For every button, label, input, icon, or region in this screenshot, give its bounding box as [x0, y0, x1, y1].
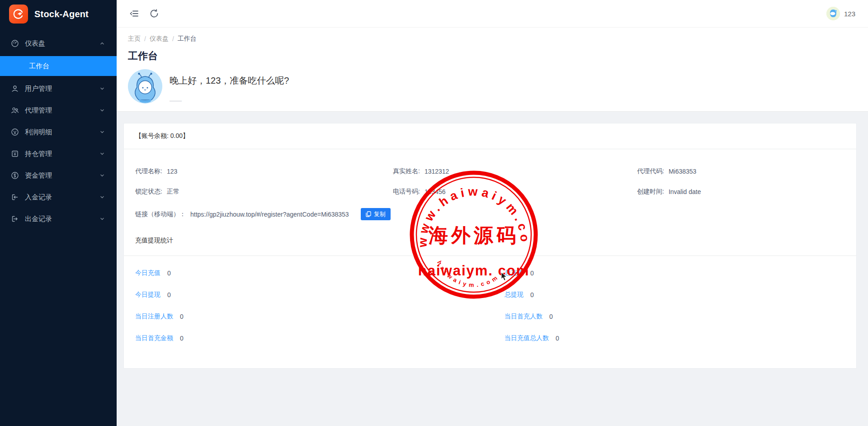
stat-total-recharge: 总充值 0: [505, 262, 845, 284]
stat-label[interactable]: 当日充值总人数: [505, 334, 549, 342]
sidebar-item-label: 工作台: [29, 62, 49, 71]
users-icon: [11, 85, 19, 93]
breadcrumb-dashboard[interactable]: 仪表盘: [150, 35, 169, 43]
sidebar-item-position-management[interactable]: 持仓管理: [0, 143, 117, 165]
app-logo-icon: [9, 5, 28, 24]
username-label: 123: [844, 10, 855, 18]
field-value: 123456: [425, 188, 446, 195]
stat-value: 0: [180, 313, 184, 320]
field-value: 1312312: [425, 168, 449, 175]
stat-label[interactable]: 当日首充人数: [505, 312, 542, 321]
funds-icon: [11, 171, 19, 180]
greeting-text: 晚上好，123，准备吃什么呢?: [170, 75, 289, 87]
breadcrumb-home[interactable]: 主页: [128, 35, 141, 43]
field-agent-name: 代理名称: 123: [135, 167, 393, 175]
copy-icon: [366, 211, 371, 217]
chevron-down-icon: [99, 216, 105, 222]
sidebar-item-label: 利润明细: [25, 128, 99, 137]
field-mobile-register-link: 链接（移动端）： https://gp2jiuzhouw.top/#/regis…: [135, 208, 845, 220]
collapse-sidebar-icon[interactable]: [129, 9, 139, 19]
field-lock-status: 锁定状态: 正常: [135, 188, 393, 196]
stats-section-title: 充值提现统计: [124, 220, 856, 256]
chevron-down-icon: [99, 194, 105, 200]
user-avatar[interactable]: [826, 7, 840, 20]
sidebar-subitem-workbench[interactable]: 工作台: [0, 56, 117, 76]
copy-button-label: 复制: [374, 210, 386, 218]
field-label: 创建时间:: [637, 188, 664, 196]
field-created-time: 创建时间: Invalid date: [637, 188, 845, 196]
stat-today-recharge: 今日充值 0: [135, 262, 505, 284]
content-area: 【账号余额: 0.00】 代理名称: 123 真实姓名: 1312312 代理代…: [117, 112, 868, 426]
greeting-card: 晚上好，123，准备吃什么呢? ——: [128, 69, 857, 105]
chevron-down-icon: [99, 151, 105, 156]
sidebar-item-user-management[interactable]: 用户管理: [0, 78, 117, 99]
stat-label[interactable]: 总提现: [505, 291, 524, 299]
copy-button[interactable]: 复制: [361, 208, 391, 220]
sidebar-item-fund-management[interactable]: 资金管理: [0, 165, 117, 186]
field-phone-number: 电话号码: 123456: [393, 188, 637, 196]
field-value: Invalid date: [669, 188, 701, 195]
field-agent-code: 代理代码: Mi638353: [637, 167, 845, 175]
account-balance-header: 【账号余额: 0.00】: [124, 123, 856, 149]
stat-total-withdrawal: 总提现 0: [505, 284, 845, 306]
page-header: 主页 / 仪表盘 / 工作台 工作台: [117, 28, 868, 112]
refresh-icon[interactable]: [149, 9, 159, 19]
breadcrumb-separator: /: [172, 35, 174, 43]
field-real-name: 真实姓名: 1312312: [393, 167, 637, 175]
stat-today-first-recharge-users: 当日首充人数 0: [505, 306, 845, 327]
page-title: 工作台: [128, 49, 857, 63]
stat-value: 0: [167, 291, 171, 298]
account-card: 【账号余额: 0.00】 代理名称: 123 真实姓名: 1312312 代理代…: [123, 123, 857, 369]
sidebar-item-deposit-records[interactable]: 入金记录: [0, 186, 117, 208]
breadcrumb-separator: /: [144, 35, 146, 43]
stat-label[interactable]: 当日首充金额: [135, 334, 173, 342]
field-value: 123: [167, 168, 177, 175]
sidebar-item-label: 资金管理: [25, 171, 99, 180]
stat-value: 0: [556, 335, 559, 342]
field-label: 代理名称:: [135, 167, 162, 175]
sidebar-item-label: 仪表盘: [25, 39, 99, 48]
sidebar-item-agent-management[interactable]: 代理管理: [0, 99, 117, 121]
stat-today-withdrawal: 今日提现 0: [135, 284, 505, 306]
field-value: 正常: [167, 188, 179, 196]
field-value: Mi638353: [669, 168, 697, 175]
stat-value: 0: [530, 291, 534, 298]
stat-label[interactable]: 今日提现: [135, 291, 160, 299]
chevron-down-icon: [99, 86, 105, 91]
field-label: 锁定状态:: [135, 188, 162, 196]
sidebar-item-profit-details[interactable]: 利润明细: [0, 121, 117, 143]
breadcrumb-current: 工作台: [178, 35, 197, 43]
sidebar-menu: 仪表盘 工作台 用户管理 代理管理: [0, 28, 117, 426]
chevron-up-icon: [99, 41, 105, 46]
sidebar-item-withdrawal-records[interactable]: 出金记录: [0, 208, 117, 230]
app-title: Stock-Agent: [34, 9, 89, 19]
stat-value: 0: [180, 335, 184, 342]
stat-value: 0: [549, 313, 553, 320]
profit-icon: [11, 128, 19, 136]
stat-label[interactable]: 今日充值: [135, 269, 160, 277]
sidebar: Stock-Agent 仪表盘 工作台 用户管理: [0, 0, 117, 426]
sidebar-item-dashboard[interactable]: 仪表盘: [0, 33, 117, 54]
sidebar-item-label: 用户管理: [25, 85, 99, 93]
stat-label[interactable]: 当日注册人数: [135, 312, 173, 321]
withdraw-icon: [11, 215, 19, 223]
agents-icon: [11, 106, 19, 114]
dashboard-icon: [11, 39, 19, 47]
topbar: 123: [117, 0, 868, 28]
app-logo: Stock-Agent: [0, 0, 117, 28]
stat-label[interactable]: 总充值: [505, 269, 524, 277]
chevron-down-icon: [99, 129, 105, 135]
sidebar-item-label: 入金记录: [25, 193, 99, 202]
positions-icon: [11, 150, 19, 158]
greeting-subtext: ——: [170, 97, 289, 104]
stats-grid: 今日充值 0 总充值 0 今日提现 0 总提现 0: [124, 256, 856, 368]
chevron-down-icon: [99, 173, 105, 178]
register-link-url: https://gp2jiuzhouw.top/#/register?agent…: [190, 211, 349, 218]
stat-today-total-recharge-users: 当日充值总人数 0: [505, 327, 845, 349]
account-info-grid: 代理名称: 123 真实姓名: 1312312 代理代码: Mi638353 锁…: [124, 149, 856, 220]
field-label: 代理代码:: [637, 167, 664, 175]
sidebar-item-label: 持仓管理: [25, 150, 99, 158]
sidebar-item-label: 代理管理: [25, 106, 99, 115]
app-root: Stock-Agent 仪表盘 工作台 用户管理: [0, 0, 868, 426]
breadcrumb: 主页 / 仪表盘 / 工作台: [128, 35, 857, 43]
